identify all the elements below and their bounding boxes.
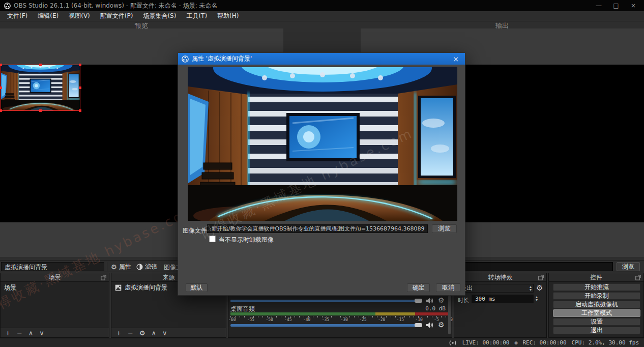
gear-icon[interactable]: ⚙ bbox=[438, 297, 445, 304]
remove-scene-button[interactable]: − bbox=[17, 330, 22, 336]
obs-main-window: OBS Studio 26.1.1 (64-bit, windows) - 配置… bbox=[0, 0, 644, 347]
preview-pane-label: 预览 bbox=[126, 21, 157, 28]
popout-icon[interactable] bbox=[101, 275, 106, 280]
remove-source-button[interactable]: − bbox=[128, 330, 133, 336]
unload-image-checkbox[interactable] bbox=[209, 236, 216, 242]
transform-handle[interactable] bbox=[39, 109, 42, 112]
defaults-button[interactable]: 默认 bbox=[186, 283, 208, 292]
scene-up-button[interactable]: ∧ bbox=[28, 330, 34, 336]
divider bbox=[107, 262, 107, 271]
transitions-dock-header[interactable]: 转场特效 bbox=[454, 273, 546, 282]
output-pane-label: 输出 bbox=[487, 21, 517, 28]
controls-dock: 控件 开始推流 开始录制 启动虚拟摄像机 工作室模式 设置 退出 bbox=[548, 273, 644, 338]
window-title: OBS Studio 26.1.1 (64-bit, windows) - 配置… bbox=[14, 2, 218, 10]
menu-edit[interactable]: 编辑(E) bbox=[33, 11, 64, 21]
scenes-dock-title: 场景 bbox=[49, 273, 61, 282]
source-properties-button[interactable]: ⚙ bbox=[139, 330, 145, 336]
audio-meter-red bbox=[415, 312, 451, 315]
window-titlebar: OBS Studio 26.1.1 (64-bit, windows) - 配置… bbox=[0, 0, 644, 11]
gear-icon[interactable]: ⚙ bbox=[438, 321, 445, 328]
ok-button[interactable]: 确定 bbox=[407, 283, 430, 292]
close-button[interactable]: × bbox=[625, 0, 642, 11]
context-browse-button[interactable]: 浏览 bbox=[617, 262, 640, 271]
volume-slider[interactable] bbox=[230, 324, 422, 327]
volume-slider[interactable] bbox=[230, 300, 422, 302]
transitions-dock-title: 转场特效 bbox=[488, 273, 513, 282]
minimize-button[interactable]: — bbox=[590, 0, 607, 11]
speaker-icon[interactable] bbox=[426, 322, 434, 329]
settings-button[interactable]: 设置 bbox=[553, 318, 640, 326]
scene-down-button[interactable]: ∨ bbox=[39, 330, 44, 336]
transition-select[interactable]: 淡出 ▴ ▾ bbox=[457, 284, 534, 293]
scenes-dock: 场景 场景 + − ∧ ∨ bbox=[0, 273, 109, 338]
add-source-button[interactable]: + bbox=[116, 330, 122, 336]
image-preview bbox=[188, 67, 457, 220]
menu-profile[interactable]: 配置文件(P) bbox=[95, 11, 138, 21]
volume-slider-handle[interactable] bbox=[415, 299, 422, 303]
rec-dot-icon: ● bbox=[514, 340, 517, 345]
menu-view[interactable]: 视图(V) bbox=[64, 11, 95, 21]
studio-image bbox=[188, 67, 457, 221]
image-source-icon bbox=[115, 284, 122, 291]
transform-handle[interactable] bbox=[0, 109, 2, 112]
transform-handle[interactable] bbox=[0, 64, 2, 66]
transform-handle[interactable] bbox=[79, 86, 81, 89]
transition-gear-icon[interactable]: ⚙ bbox=[536, 283, 543, 293]
scenes-dock-header[interactable]: 场景 bbox=[1, 273, 109, 282]
controls-dock-header[interactable]: 控件 bbox=[549, 273, 643, 282]
add-scene-button[interactable]: + bbox=[5, 330, 11, 336]
dialog-close-button[interactable]: × bbox=[451, 54, 461, 64]
maximize-button[interactable]: □ bbox=[607, 0, 625, 11]
transform-handle[interactable] bbox=[39, 64, 42, 66]
popout-icon[interactable] bbox=[538, 275, 544, 280]
rec-time: REC: 00:00:00 bbox=[522, 339, 566, 346]
speaker-icon[interactable] bbox=[426, 297, 434, 304]
menu-scene-collection[interactable]: 场景集合(S) bbox=[138, 11, 181, 21]
volume-slider-handle[interactable] bbox=[415, 323, 422, 327]
popout-icon[interactable] bbox=[635, 275, 641, 280]
sources-dock-title: 来源 bbox=[163, 273, 175, 282]
image-path-input[interactable] bbox=[207, 224, 428, 233]
properties-dialog: 属性 '虚拟演播间背景' × 图像文件 浏览 当不显示时卸载图像 默认 确定 取… bbox=[178, 52, 465, 296]
start-recording-button[interactable]: 开始录制 bbox=[553, 292, 640, 300]
obs-logo-icon bbox=[4, 3, 11, 9]
scene-name: 场景 bbox=[4, 283, 16, 292]
spin-down-icon[interactable]: ▾ bbox=[536, 299, 538, 302]
cancel-button[interactable]: 取消 bbox=[436, 283, 460, 292]
studio-image bbox=[1, 65, 80, 110]
duration-value: 300 ms bbox=[475, 296, 495, 302]
menu-help[interactable]: 帮助(H) bbox=[212, 11, 244, 21]
start-streaming-button[interactable]: 开始推流 bbox=[553, 283, 640, 291]
context-filters-button[interactable]: 滤镜 bbox=[134, 262, 159, 271]
browse-button[interactable]: 浏览 bbox=[432, 224, 457, 233]
start-virtual-camera-button[interactable]: 启动虚拟摄像机 bbox=[553, 301, 640, 308]
sources-toolbar: + − ⚙ ∧ ∨ bbox=[111, 328, 226, 337]
source-down-button[interactable]: ∨ bbox=[162, 330, 167, 336]
meter-tick-labels: -60-55 -50-45 -40-35 -30-25 -20-15 -10-5… bbox=[228, 317, 453, 322]
unload-image-checkbox-label[interactable]: 当不显示时卸载图像 bbox=[219, 236, 274, 244]
dialog-titlebar[interactable]: 属性 '虚拟演播间背景' × bbox=[178, 53, 465, 65]
menu-bar: 文件(F) 编辑(E) 视图(V) 配置文件(P) 场景集合(S) 工具(T) … bbox=[0, 11, 644, 21]
selected-source-preview[interactable] bbox=[1, 65, 80, 110]
transform-handle[interactable] bbox=[79, 109, 81, 112]
status-bar: LIVE: 00:00:00 ● REC: 00:00:00 CPU: 2.0%… bbox=[0, 338, 644, 347]
transform-handle[interactable] bbox=[79, 64, 81, 66]
filter-icon bbox=[136, 264, 143, 270]
context-source-name: 虚拟演播间背景 bbox=[1, 262, 104, 271]
transitions-dock: 转场特效 淡出 ▴ ▾ ⚙ 时长 300 ms ▴ ▾ bbox=[454, 273, 547, 338]
spin-down-icon[interactable]: ▾ bbox=[530, 288, 532, 292]
controls-dock-title: 控件 bbox=[590, 273, 602, 282]
context-filters-label: 滤镜 bbox=[145, 263, 157, 271]
context-properties-button[interactable]: ⚙ 属性 bbox=[109, 262, 133, 271]
image-file-label: 图像文件 bbox=[183, 226, 207, 235]
exit-button[interactable]: 退出 bbox=[553, 327, 640, 334]
mixer-scrollbar[interactable] bbox=[448, 296, 451, 334]
source-up-button[interactable]: ∧ bbox=[151, 330, 156, 336]
menu-file[interactable]: 文件(F) bbox=[2, 11, 33, 21]
duration-input[interactable]: 300 ms bbox=[472, 295, 534, 303]
studio-mode-button[interactable]: 工作室模式 bbox=[553, 309, 640, 317]
scene-list-item[interactable]: 场景 bbox=[1, 283, 109, 292]
audio-meter-green bbox=[230, 312, 375, 315]
menu-tools[interactable]: 工具(T) bbox=[181, 11, 212, 21]
transform-handle[interactable] bbox=[0, 86, 2, 89]
